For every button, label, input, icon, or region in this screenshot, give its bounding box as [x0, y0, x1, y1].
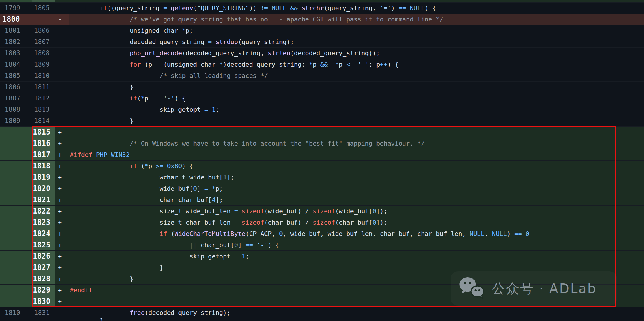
old-line-number[interactable]: 1800	[0, 14, 32, 25]
old-line-number[interactable]: 1802	[0, 36, 32, 47]
diff-row: 1820+ wide_buf[0] = *p;	[0, 183, 644, 194]
code-token: NULL	[469, 230, 484, 237]
new-line-number[interactable]: 1818	[32, 160, 55, 172]
code-token: )	[391, 5, 399, 12]
old-line-number[interactable]	[0, 217, 32, 228]
diff-marker: +	[55, 251, 69, 262]
code-line: for (p = (unsigned char *)decoded_query_…	[69, 59, 644, 70]
new-line-number[interactable]: 1821	[32, 194, 55, 205]
old-line-number[interactable]	[0, 262, 32, 273]
new-line-number[interactable]: 1820	[32, 183, 55, 194]
old-line-number[interactable]	[0, 160, 32, 172]
new-line-number[interactable]: 1805	[32, 3, 55, 14]
new-line-number[interactable]: 1815	[32, 127, 55, 138]
new-line-number[interactable]: 1814	[32, 115, 55, 126]
old-line-number[interactable]	[0, 127, 32, 138]
old-line-number[interactable]: 1803	[0, 48, 32, 59]
code-token: decoded_query_string	[70, 38, 208, 45]
code-line	[69, 0, 644, 2]
code-token: ];	[216, 196, 223, 203]
old-line-number[interactable]	[0, 318, 32, 321]
code-token: p	[339, 61, 347, 68]
code-token: ]);	[376, 208, 387, 215]
old-line-number[interactable]	[0, 194, 32, 205]
new-line-number[interactable]: 1829	[32, 285, 55, 296]
new-line-number[interactable]: 1830	[32, 296, 55, 307]
old-line-number[interactable]	[0, 206, 32, 217]
new-line-number[interactable]: 1828	[32, 273, 55, 284]
old-line-number[interactable]	[0, 273, 32, 284]
new-line-number[interactable]: 1819	[32, 172, 55, 183]
old-line-number[interactable]: 1807	[0, 93, 32, 104]
new-line-number[interactable]: 1827	[32, 262, 55, 273]
old-line-number[interactable]: 1801	[0, 25, 32, 36]
watermark-text: 公众号 · ADLab	[492, 280, 597, 298]
new-line-number[interactable]: 1823	[32, 217, 55, 228]
new-line-number[interactable]: 1811	[32, 82, 55, 93]
old-line-number[interactable]: 1808	[0, 104, 32, 115]
old-line-number[interactable]: 1806	[0, 82, 32, 93]
code-token: ||	[189, 241, 197, 249]
old-line-number[interactable]: 1799	[0, 3, 32, 14]
new-line-number[interactable]: 1826	[32, 251, 55, 262]
new-line-number[interactable]	[32, 14, 55, 25]
code-token	[406, 5, 410, 12]
new-line-number[interactable]: 1807	[32, 36, 55, 47]
new-line-number[interactable]: 1817	[32, 149, 55, 160]
new-line-number[interactable]	[32, 318, 55, 321]
code-token: p	[313, 61, 320, 68]
new-line-number[interactable]	[32, 0, 55, 2]
old-line-number[interactable]	[0, 0, 32, 2]
new-line-number[interactable]: 1809	[32, 59, 55, 70]
code-token: PHP_WIN32	[96, 151, 130, 158]
new-line-number[interactable]: 1808	[32, 48, 55, 59]
new-line-number[interactable]: 1812	[32, 93, 55, 104]
code-token	[70, 95, 130, 102]
code-token: ];	[227, 174, 234, 181]
diff-marker: +	[55, 172, 69, 183]
code-line: if(*p == '-') {	[69, 93, 644, 104]
new-line-number[interactable]: 1810	[32, 70, 55, 81]
code-token: free	[130, 309, 145, 316]
code-token: (char_buf) /	[264, 219, 313, 226]
code-token	[522, 230, 526, 237]
new-line-number[interactable]: 1825	[32, 239, 55, 250]
old-line-number[interactable]	[0, 296, 32, 307]
code-token: ==	[399, 5, 406, 12]
diff-marker	[55, 3, 69, 14]
code-token: 0	[372, 208, 376, 215]
old-line-number[interactable]	[0, 149, 32, 160]
old-line-number[interactable]	[0, 183, 32, 194]
old-line-number[interactable]	[0, 172, 32, 183]
old-line-number[interactable]: 1805	[0, 70, 32, 81]
new-line-number[interactable]: 1831	[32, 307, 55, 318]
code-token: 4	[212, 196, 215, 203]
code-token: #ifdef	[70, 151, 92, 158]
old-line-number[interactable]: 1809	[0, 115, 32, 126]
code-token: if	[130, 95, 137, 102]
new-line-number[interactable]: 1806	[32, 25, 55, 36]
new-line-number[interactable]: 1816	[32, 138, 55, 149]
old-line-number[interactable]: 1810	[0, 307, 32, 318]
old-line-number[interactable]	[0, 251, 32, 262]
old-line-number[interactable]	[0, 138, 32, 149]
old-line-number[interactable]	[0, 239, 32, 250]
code-line: wide_buf[0] = *p;	[69, 183, 644, 194]
new-line-number[interactable]: 1822	[32, 206, 55, 217]
code-line: skip_getopt = 1;	[69, 251, 644, 262]
code-token: , wide_buf, wide_buf_len, char_buf, char…	[283, 230, 469, 237]
code-token	[160, 95, 163, 102]
old-line-number[interactable]	[0, 228, 32, 239]
code-token	[238, 208, 242, 215]
old-line-number[interactable]	[0, 285, 32, 296]
old-line-number[interactable]: 1804	[0, 59, 32, 70]
code-token	[92, 151, 96, 158]
new-line-number[interactable]: 1813	[32, 104, 55, 115]
diff-marker	[55, 36, 69, 47]
code-token	[253, 241, 257, 249]
diff-marker: +	[55, 160, 69, 172]
diff-view: { "diff": { "colors": { "background": "#…	[0, 0, 644, 321]
code-line: }	[69, 82, 644, 93]
code-line: char char_buf[4];	[69, 194, 644, 205]
new-line-number[interactable]: 1824	[32, 228, 55, 239]
